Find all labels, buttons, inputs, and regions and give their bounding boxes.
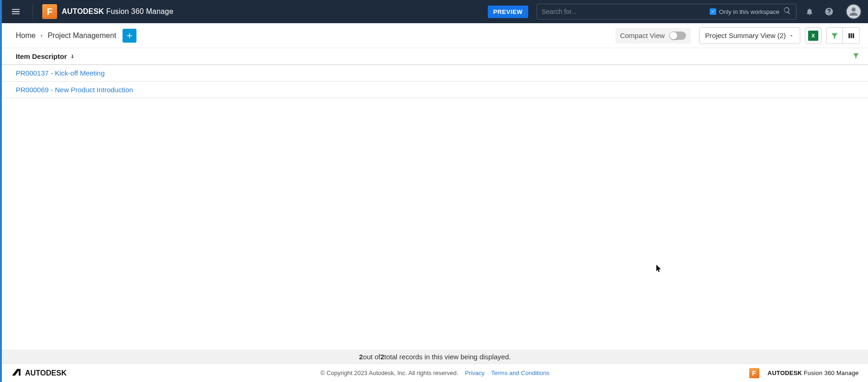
footer: AUTODESK © Copyright 2023 Autodesk, Inc.… xyxy=(2,363,868,382)
workspace-only-checkbox[interactable] xyxy=(710,8,716,15)
view-selector-label: Project Summary View (2) xyxy=(705,32,786,39)
item-link[interactable]: PR000137 - Kick-off Meeting xyxy=(16,69,105,77)
sub-header: Home Project Management Compact View Pro… xyxy=(2,23,868,48)
brand-light: Fusion 360 Manage xyxy=(104,7,173,15)
search-container: Only in this workspace xyxy=(537,4,797,19)
columns-button[interactable] xyxy=(843,27,860,44)
workspace-only-label: Only in this workspace xyxy=(719,8,779,15)
status-text-2: total records in this view being display… xyxy=(384,353,511,361)
search-icon[interactable] xyxy=(783,6,791,17)
notifications-button[interactable] xyxy=(803,7,816,16)
columns-icon xyxy=(847,32,855,40)
table-body: PR000137 - Kick-off Meeting PR000069 - N… xyxy=(2,65,868,350)
header-divider xyxy=(32,4,33,19)
chevron-right-icon xyxy=(39,33,44,38)
compact-view-toggle[interactable] xyxy=(669,32,686,40)
hamburger-menu-button[interactable] xyxy=(8,4,23,19)
footer-center: © Copyright 2023 Autodesk, Inc. All righ… xyxy=(320,369,550,376)
table-row: PR000069 - New Product Introduction xyxy=(2,82,868,98)
autodesk-mark-icon xyxy=(11,367,21,379)
product-logo-icon: F xyxy=(42,4,57,19)
sort-descending-icon[interactable] xyxy=(70,54,75,59)
add-item-button[interactable] xyxy=(123,29,136,43)
privacy-link[interactable]: Privacy xyxy=(465,369,485,376)
view-selector-dropdown[interactable]: Project Summary View (2) xyxy=(699,27,800,44)
help-button[interactable] xyxy=(823,7,836,16)
plus-icon xyxy=(125,32,134,40)
terms-link[interactable]: Terms and Conditions xyxy=(491,369,550,376)
autodesk-logo: AUTODESK xyxy=(11,367,67,379)
compact-view-control: Compact View xyxy=(615,28,691,44)
preview-badge: PREVIEW xyxy=(488,6,528,18)
table-row: PR000137 - Kick-off Meeting xyxy=(2,65,868,82)
footer-product-name: AUTODESK Fusion 360 Manage xyxy=(768,369,859,376)
hamburger-icon xyxy=(11,6,21,17)
help-icon xyxy=(824,7,834,16)
footer-product-badge: F AUTODESK Fusion 360 Manage xyxy=(749,368,859,378)
product-logo-small-icon: F xyxy=(749,368,759,378)
export-excel-button[interactable]: X xyxy=(805,27,822,44)
search-input[interactable] xyxy=(542,8,710,15)
filter-button[interactable] xyxy=(826,27,843,44)
app-header: F AUTODESK Fusion 360 Manage PREVIEW Onl… xyxy=(2,0,868,23)
excel-icon: X xyxy=(808,31,818,41)
view-tools-group xyxy=(826,27,860,44)
breadcrumb-current: Project Management xyxy=(48,32,117,40)
status-bar: 2 out of 2 total records in this view be… xyxy=(2,350,868,363)
status-count-shown: 2 xyxy=(359,353,363,361)
breadcrumb-home[interactable]: Home xyxy=(16,32,36,40)
user-icon xyxy=(848,6,860,18)
funnel-icon xyxy=(830,32,839,40)
item-link[interactable]: PR000069 - New Product Introduction xyxy=(16,86,133,94)
product-name: AUTODESK Fusion 360 Manage xyxy=(62,7,174,16)
copyright-text: © Copyright 2023 Autodesk, Inc. All righ… xyxy=(320,369,458,376)
status-text-1: out of xyxy=(363,353,381,361)
check-icon xyxy=(711,9,715,14)
column-header-item-descriptor[interactable]: Item Descriptor xyxy=(16,52,67,60)
breadcrumb: Home Project Management xyxy=(16,32,116,40)
chevron-down-icon xyxy=(789,33,794,38)
user-avatar-button[interactable] xyxy=(846,4,862,19)
compact-view-label: Compact View xyxy=(620,32,665,39)
autodesk-wordmark: AUTODESK xyxy=(25,369,67,377)
status-count-total: 2 xyxy=(380,353,384,361)
toggle-knob xyxy=(670,32,677,39)
bell-icon xyxy=(805,7,814,16)
column-filter-icon[interactable] xyxy=(852,52,860,61)
brand-bold: AUTODESK xyxy=(62,7,104,15)
column-header-row: Item Descriptor xyxy=(2,48,868,65)
